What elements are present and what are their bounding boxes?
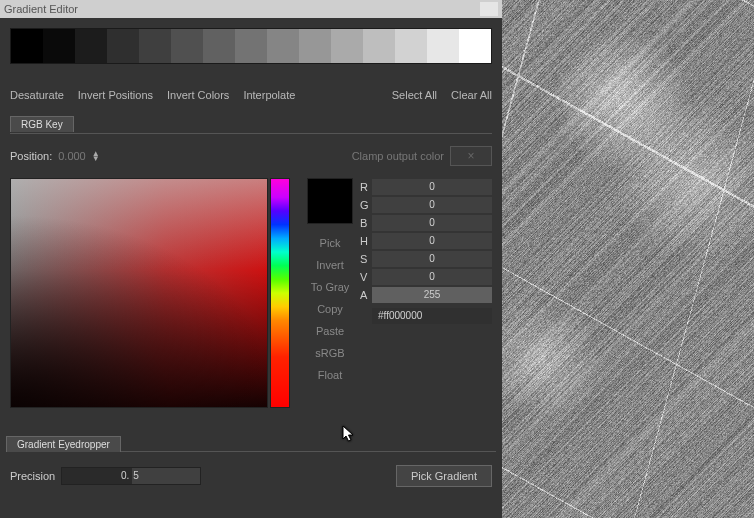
clamp-output-color-toggle[interactable]: × bbox=[450, 146, 492, 166]
srgb-button[interactable]: sRGB bbox=[315, 347, 344, 359]
gradient-stop[interactable] bbox=[363, 29, 395, 63]
gradient-stop[interactable] bbox=[11, 29, 43, 63]
pick-button[interactable]: Pick bbox=[320, 237, 341, 249]
picker-side-buttons: Pick Invert To Gray Copy Paste sRGB Floa… bbox=[300, 178, 360, 418]
action-bar: Desaturate Invert Positions Invert Color… bbox=[10, 82, 492, 108]
position-spinner[interactable]: ▲▼ bbox=[92, 151, 100, 161]
titlebar-button[interactable] bbox=[480, 2, 498, 16]
color-picker-area: Pick Invert To Gray Copy Paste sRGB Floa… bbox=[10, 178, 492, 418]
window-titlebar: Gradient Editor bbox=[0, 0, 502, 18]
gradient-stop[interactable] bbox=[299, 29, 331, 63]
gradient-swatch-strip[interactable] bbox=[10, 28, 492, 64]
color-picker-canvas[interactable] bbox=[10, 178, 268, 408]
gradient-stop[interactable] bbox=[235, 29, 267, 63]
preview-image bbox=[502, 0, 754, 518]
h-field[interactable]: 0 bbox=[372, 233, 492, 249]
paste-button[interactable]: Paste bbox=[316, 325, 344, 337]
desaturate-link[interactable]: Desaturate bbox=[10, 89, 64, 101]
gradient-stop[interactable] bbox=[331, 29, 363, 63]
precision-label: Precision bbox=[10, 470, 55, 482]
invert-button[interactable]: Invert bbox=[316, 259, 344, 271]
r-field[interactable]: 0 bbox=[372, 179, 492, 195]
gradient-stop[interactable] bbox=[171, 29, 203, 63]
precision-row: Precision 0. 5 Pick Gradient bbox=[10, 458, 492, 494]
close-icon: × bbox=[467, 149, 474, 163]
s-field[interactable]: 0 bbox=[372, 251, 492, 267]
gradient-stop[interactable] bbox=[459, 29, 491, 63]
b-field[interactable]: 0 bbox=[372, 215, 492, 231]
tab-rgb-key[interactable]: RGB Key bbox=[10, 116, 74, 132]
gradient-stop[interactable] bbox=[43, 29, 75, 63]
select-all-link[interactable]: Select All bbox=[392, 89, 437, 101]
a-field[interactable]: 255 bbox=[372, 287, 492, 303]
hex-field[interactable]: #ff000000 bbox=[372, 308, 492, 324]
position-row: Position: 0.000 ▲▼ Clamp output color × bbox=[10, 142, 492, 170]
tab-row: RGB Key bbox=[10, 114, 492, 134]
g-label: G bbox=[360, 199, 372, 211]
invert-positions-link[interactable]: Invert Positions bbox=[78, 89, 153, 101]
color-preview bbox=[307, 178, 353, 224]
invert-colors-link[interactable]: Invert Colors bbox=[167, 89, 229, 101]
preview-panel bbox=[502, 0, 754, 518]
to-gray-button[interactable]: To Gray bbox=[311, 281, 350, 293]
position-label: Position: bbox=[10, 150, 52, 162]
v-field[interactable]: 0 bbox=[372, 269, 492, 285]
position-value[interactable]: 0.000 bbox=[58, 150, 86, 162]
r-label: R bbox=[360, 181, 372, 193]
gradient-stop[interactable] bbox=[139, 29, 171, 63]
gradient-stop[interactable] bbox=[75, 29, 107, 63]
bottom-tab-row: Gradient Eyedropper bbox=[6, 434, 496, 452]
tab-gradient-eyedropper[interactable]: Gradient Eyedropper bbox=[6, 436, 121, 452]
gradient-stop[interactable] bbox=[395, 29, 427, 63]
gradient-stop[interactable] bbox=[203, 29, 235, 63]
b-label: B bbox=[360, 217, 372, 229]
copy-button[interactable]: Copy bbox=[317, 303, 343, 315]
gradient-stop[interactable] bbox=[267, 29, 299, 63]
clear-all-link[interactable]: Clear All bbox=[451, 89, 492, 101]
float-button[interactable]: Float bbox=[318, 369, 342, 381]
interpolate-link[interactable]: Interpolate bbox=[243, 89, 295, 101]
pick-gradient-button[interactable]: Pick Gradient bbox=[396, 465, 492, 487]
gradient-stop[interactable] bbox=[427, 29, 459, 63]
v-label: V bbox=[360, 271, 372, 283]
window-title: Gradient Editor bbox=[4, 3, 78, 15]
clamp-output-color-label: Clamp output color bbox=[352, 150, 444, 162]
hue-strip[interactable] bbox=[270, 178, 290, 408]
precision-input[interactable]: 0. 5 bbox=[61, 467, 201, 485]
gradient-stop[interactable] bbox=[107, 29, 139, 63]
g-field[interactable]: 0 bbox=[372, 197, 492, 213]
color-fields: R0 G0 B0 H0 S0 V0 A255 #ff000000 bbox=[360, 178, 492, 418]
a-label: A bbox=[360, 289, 372, 301]
s-label: S bbox=[360, 253, 372, 265]
h-label: H bbox=[360, 235, 372, 247]
